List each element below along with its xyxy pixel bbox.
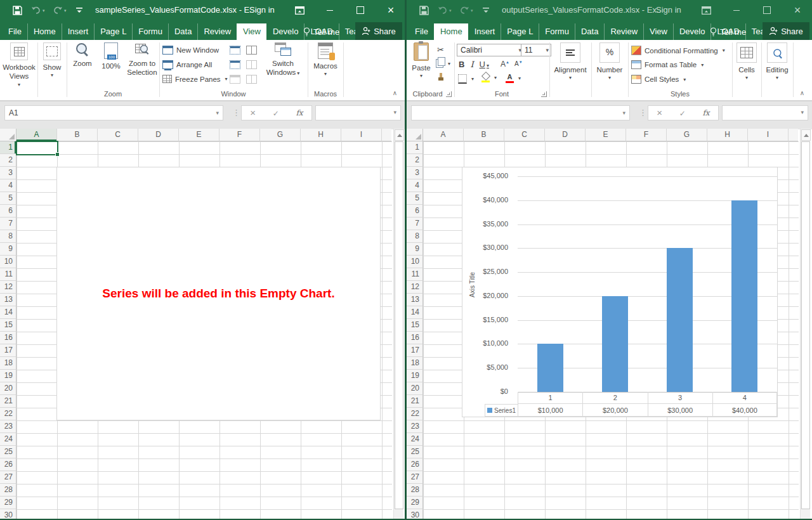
paste-button[interactable]: Paste xyxy=(409,42,433,79)
ribbon-display-options-icon[interactable] xyxy=(695,0,717,20)
row-header[interactable]: 2 xyxy=(407,154,423,167)
row-header[interactable]: 8 xyxy=(0,230,16,243)
column-header[interactable]: I xyxy=(748,129,789,141)
row-header[interactable]: 30 xyxy=(0,509,16,519)
column-header[interactable]: D xyxy=(545,129,586,141)
borders-button[interactable] xyxy=(458,74,474,84)
row-header[interactable]: 7 xyxy=(0,218,16,230)
row-header[interactable]: 8 xyxy=(407,230,423,243)
view-side-by-side-button[interactable] xyxy=(246,46,257,55)
enter-icon[interactable] xyxy=(273,107,279,119)
row-header[interactable]: 21 xyxy=(0,395,16,408)
cell-styles-button[interactable]: Cell Styles xyxy=(631,75,686,84)
hide-button[interactable] xyxy=(230,60,240,69)
scrollbar-thumb[interactable] xyxy=(395,141,403,509)
row-header[interactable]: 13 xyxy=(0,294,16,306)
row-header[interactable]: 13 xyxy=(407,294,423,306)
tell-me-button[interactable]: Tell me xyxy=(710,27,746,37)
row-header[interactable]: 24 xyxy=(407,433,423,446)
save-icon[interactable] xyxy=(418,4,429,16)
bold-button[interactable]: B xyxy=(459,60,464,69)
row-header[interactable]: 5 xyxy=(0,192,16,205)
customize-quick-access-toolbar-icon[interactable] xyxy=(480,4,492,16)
row-header[interactable]: 26 xyxy=(0,458,16,471)
cancel-icon[interactable] xyxy=(250,107,256,119)
font-color-button[interactable]: A xyxy=(506,73,521,83)
column-header[interactable]: I xyxy=(341,129,382,141)
ribbon-tab[interactable]: View xyxy=(237,23,266,40)
row-header[interactable]: 1 xyxy=(0,141,16,154)
ribbon-tab[interactable]: File xyxy=(409,23,434,40)
row-header[interactable]: 18 xyxy=(407,357,423,370)
column-header[interactable]: D xyxy=(138,129,179,141)
row-header[interactable]: 4 xyxy=(407,179,423,192)
column-header[interactable]: E xyxy=(179,129,219,141)
row-header[interactable]: 2 xyxy=(0,154,16,167)
row-header[interactable]: 14 xyxy=(0,306,16,319)
minimize-icon[interactable] xyxy=(319,0,341,20)
name-box[interactable]: A1▾ xyxy=(4,105,223,120)
row-header[interactable]: 28 xyxy=(0,484,16,497)
column-header[interactable]: C xyxy=(504,129,545,141)
cancel-icon[interactable] xyxy=(657,107,662,119)
column-header[interactable]: H xyxy=(707,129,748,141)
row-header[interactable]: 3 xyxy=(407,167,423,179)
row-header[interactable]: 12 xyxy=(0,281,16,294)
column-header[interactable]: G xyxy=(667,129,707,141)
ribbon-tab[interactable]: Formu xyxy=(132,23,168,40)
formula-input[interactable]: ▾ xyxy=(722,105,808,120)
row-header[interactable]: 16 xyxy=(0,332,16,344)
column-header[interactable]: H xyxy=(301,129,341,141)
row-header[interactable]: 22 xyxy=(407,408,423,420)
ribbon-tab[interactable]: Develo xyxy=(266,23,304,40)
expand-formula-bar-icon[interactable]: ▾ xyxy=(801,109,804,115)
ribbon-tab[interactable]: Insert xyxy=(468,23,501,40)
ribbon-tab[interactable]: Home xyxy=(434,23,468,40)
row-header[interactable]: 15 xyxy=(407,319,423,332)
row-header[interactable]: 12 xyxy=(407,281,423,294)
fill-color-button[interactable] xyxy=(481,73,497,82)
format-as-table-button[interactable]: Format as Table xyxy=(631,60,704,69)
name-box-dropdown-icon[interactable]: ▾ xyxy=(622,110,625,116)
collapse-ribbon-icon[interactable]: ∧ xyxy=(800,89,804,96)
synchronous-scrolling-button[interactable] xyxy=(246,60,257,69)
row-header[interactable]: 17 xyxy=(0,344,16,357)
row-header[interactable]: 10 xyxy=(0,256,16,268)
row-header[interactable]: 18 xyxy=(0,357,16,370)
arrange-all-button[interactable]: Arrange All xyxy=(162,60,212,69)
share-button[interactable]: Share xyxy=(355,22,402,40)
row-header[interactable]: 25 xyxy=(0,446,16,458)
row-header[interactable]: 9 xyxy=(407,243,423,256)
column-header[interactable]: F xyxy=(626,129,667,141)
row-header[interactable]: 4 xyxy=(0,179,16,192)
ribbon-tab[interactable]: Review xyxy=(197,23,237,40)
conditional-formatting-button[interactable]: Conditional Formatting xyxy=(631,46,725,55)
font-name-select[interactable]: Calibri▾ xyxy=(457,44,524,56)
row-header[interactable]: 6 xyxy=(407,205,423,218)
row-header[interactable]: 15 xyxy=(0,319,16,332)
row-header[interactable]: 29 xyxy=(0,497,16,509)
switch-windows-button[interactable]: Switch Windows xyxy=(263,42,303,77)
new-window-button[interactable]: New Window xyxy=(162,46,219,55)
row-header[interactable]: 9 xyxy=(0,243,16,256)
row-header[interactable]: 23 xyxy=(407,420,423,433)
column-header[interactable]: A xyxy=(423,129,464,141)
share-button[interactable]: Share xyxy=(763,22,809,40)
zoom-100-button[interactable]: 100 100% xyxy=(98,42,124,70)
ribbon-tab[interactable]: Page L xyxy=(501,23,539,40)
macros-button[interactable]: Macros xyxy=(313,42,338,77)
undo-icon[interactable]: ▾ xyxy=(30,4,42,16)
increase-font-size-button[interactable]: A▲ xyxy=(501,60,509,68)
column-header[interactable]: C xyxy=(98,129,138,141)
zoom-button[interactable]: Zoom xyxy=(69,42,96,68)
column-header[interactable]: B xyxy=(57,129,98,141)
collapse-ribbon-icon[interactable]: ∧ xyxy=(393,89,397,96)
split-button[interactable] xyxy=(230,46,240,55)
select-all-corner[interactable] xyxy=(0,129,16,141)
font-size-select[interactable]: 11▾ xyxy=(521,44,551,56)
sign-in-button[interactable]: Sign in xyxy=(249,5,275,15)
ribbon-tab[interactable]: Data xyxy=(575,23,604,40)
workbook-views-button[interactable]: Workbook Views xyxy=(3,42,35,88)
row-header[interactable]: 29 xyxy=(407,497,423,509)
close-icon[interactable] xyxy=(380,0,402,20)
